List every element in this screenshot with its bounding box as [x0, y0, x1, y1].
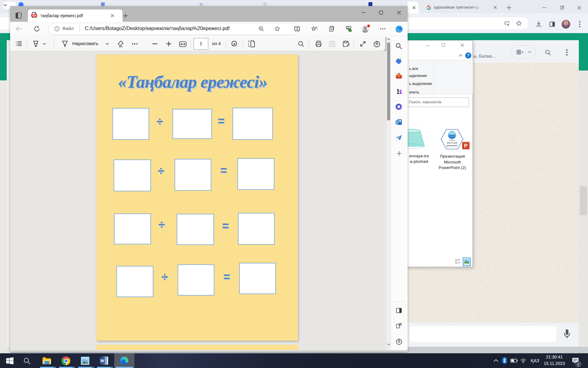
svg-text:Место для: Место для: [447, 142, 457, 144]
svg-text:P: P: [464, 143, 467, 149]
svg-text:W: W: [100, 358, 104, 363]
svg-text:S фикс: S фикс: [449, 139, 455, 141]
svg-text:уравнения.: уравнения.: [447, 144, 458, 147]
svg-text:PDF: PDF: [32, 14, 36, 17]
